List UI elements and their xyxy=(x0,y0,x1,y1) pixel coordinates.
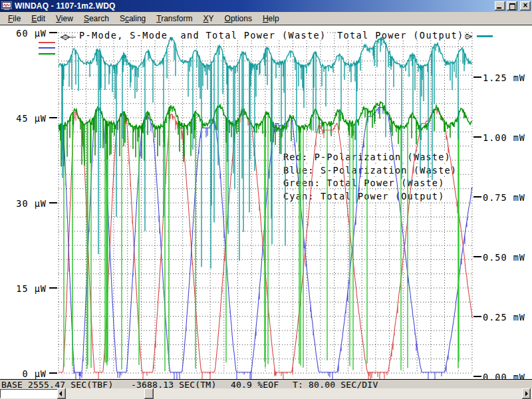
close-icon: × xyxy=(520,1,531,10)
window-title: WINDAQ - 1107-1m2.WDQ xyxy=(15,1,495,11)
minimize-button[interactable] xyxy=(495,1,505,11)
y-axis-label-right: 0.50 mW xyxy=(483,252,525,263)
channel-indicator-red xyxy=(39,42,55,43)
menu-search[interactable]: Search xyxy=(78,13,114,25)
windaq-window: WINDAQ - 1107-1m2.WDQ × FileEditViewSear… xyxy=(0,0,532,399)
y-axis-label-right: 0.00 mW xyxy=(483,372,525,379)
channel-indicator-green xyxy=(39,53,55,55)
h-scrollbar[interactable] xyxy=(0,388,532,399)
menu-xy[interactable]: XY xyxy=(198,13,219,25)
menu-bar: FileEditViewSearchScalingTransformXYOpti… xyxy=(0,12,532,25)
channel-indicator-cyan xyxy=(477,35,493,37)
left-arrow-icon xyxy=(59,391,62,396)
trace-legend: Red: P-Polarization (Waste) Blue: S-Pola… xyxy=(283,152,458,204)
restore-icon xyxy=(509,3,515,10)
y-axis-label-right: 1.25 mW xyxy=(483,72,525,83)
menu-help[interactable]: Help xyxy=(257,13,285,25)
scroll-readout-box xyxy=(0,389,58,398)
menu-edit[interactable]: Edit xyxy=(26,13,51,25)
scroll-left-button[interactable] xyxy=(57,388,66,399)
y-axis-label-right: 0.25 mW xyxy=(483,312,525,323)
annotation-waste-label: P-Mode, S-Mode, and Total Power (Waste) xyxy=(78,30,327,41)
y-axis-label-left: 15 µW xyxy=(0,283,47,294)
channel-indicator-blue xyxy=(39,47,55,49)
legend-line-blue: Blue: S-Polarization (Waste) xyxy=(283,165,458,178)
scroll-right-button[interactable] xyxy=(522,388,531,399)
legend-line-cyan: Cyan: Total Power (Output) xyxy=(283,191,458,204)
close-button[interactable]: × xyxy=(520,1,531,11)
status-bar: BASE 2555.47 SEC(TBF) -3688.13 SEC(TM) 4… xyxy=(0,379,532,388)
chart-canvas[interactable]: 60 µW 45 µW 30 µW 15 µW 0 µW 1.25 mW 1.0… xyxy=(0,26,532,379)
legend-line-green: Green: Total Power (Waste) xyxy=(283,178,458,191)
y-axis-label-left: 45 µW xyxy=(0,113,47,124)
y-axis-label-left: 60 µW xyxy=(0,28,47,39)
app-icon xyxy=(1,1,12,11)
y-axis-label-left: 30 µW xyxy=(0,198,47,209)
annotation-output-label: Total Power (Output) xyxy=(336,30,465,41)
y-axis-label-right: 1.00 mW xyxy=(483,132,525,143)
menu-options[interactable]: Options xyxy=(219,13,257,25)
menu-file[interactable]: File xyxy=(3,13,26,25)
right-arrow-icon xyxy=(525,391,528,396)
menu-transform[interactable]: Transform xyxy=(151,13,198,25)
scroll-thumb[interactable] xyxy=(144,388,154,399)
restore-button[interactable] xyxy=(507,1,517,11)
menu-scaling[interactable]: Scaling xyxy=(114,13,151,25)
minimize-icon xyxy=(497,7,501,9)
menu-view[interactable]: View xyxy=(51,13,78,25)
y-axis-label-left: 0 µW xyxy=(0,368,47,379)
y-axis-label-right: 0.75 mW xyxy=(483,192,525,203)
title-bar: WINDAQ - 1107-1m2.WDQ × xyxy=(0,0,532,12)
legend-line-red: Red: P-Polarization (Waste) xyxy=(283,152,458,165)
